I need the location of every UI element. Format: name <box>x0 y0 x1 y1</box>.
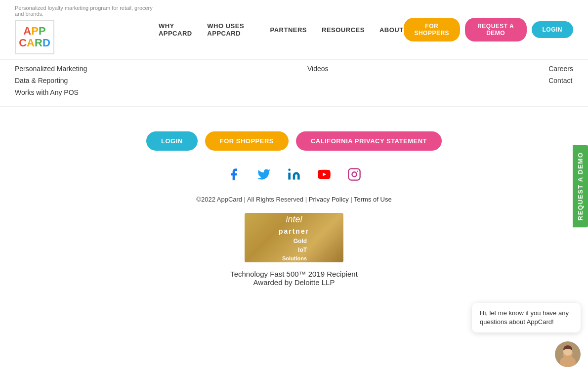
for-shoppers-button[interactable]: FOR SHOPPERS <box>404 18 460 41</box>
appcard-logo[interactable]: APP CARD <box>15 20 54 54</box>
logo-app: APP <box>19 25 50 37</box>
sub-nav-videos[interactable]: Videos <box>307 65 329 73</box>
header-left: Personalized loyalty marketing program f… <box>15 5 159 54</box>
intel-brand: intel <box>279 213 309 226</box>
login-header-button[interactable]: LOGIN <box>532 21 574 38</box>
svg-rect-2 <box>348 168 360 180</box>
chat-message: Hi, let me know if you have any question… <box>480 309 569 326</box>
sub-nav-works-pos[interactable]: Works with Any POS <box>15 88 87 96</box>
nav-who-uses-appcard[interactable]: WHO USES APPCARD <box>207 22 255 37</box>
footer-separator: | <box>350 196 352 203</box>
sub-nav-data-reporting[interactable]: Data & Reporting <box>15 77 87 84</box>
deloitte-line2: Awarded by Deloitte LLP <box>253 278 335 287</box>
sub-nav-col-2: Videos <box>307 65 329 96</box>
copyright-text: ©2022 AppCard | All Rights Reserved | <box>196 196 307 203</box>
badge-area: intel partner Gold IoT Solutions Technol… <box>15 213 573 287</box>
nav-about[interactable]: ABOUT <box>379 26 404 34</box>
sub-nav-careers[interactable]: Careers <box>548 65 573 73</box>
instagram-icon[interactable] <box>345 165 363 183</box>
linkedin-icon[interactable] <box>285 165 303 183</box>
intel-badge-content: intel partner Gold IoT Solutions <box>279 213 309 263</box>
chat-bubble: Hi, let me know if you have any question… <box>472 303 581 332</box>
ca-privacy-button[interactable]: CALIFORNIA PRIVACY STATEMENT <box>296 131 442 151</box>
sub-nav-col-3: Careers Contact <box>548 65 573 96</box>
intel-solutions: Solutions <box>279 254 309 263</box>
twitter-icon[interactable] <box>255 165 273 183</box>
svg-point-0 <box>288 168 291 171</box>
login-main-button[interactable]: LOGIN <box>146 131 198 151</box>
nav-partners[interactable]: PARTNERS <box>270 26 307 34</box>
tagline: Personalized loyalty marketing program f… <box>15 5 159 17</box>
terms-of-use-link[interactable]: Terms of Use <box>354 196 392 203</box>
youtube-icon[interactable] <box>315 165 333 183</box>
intel-tier: Gold <box>279 237 309 246</box>
sub-nav-contact[interactable]: Contact <box>548 77 573 84</box>
chat-avatar[interactable] <box>555 341 581 367</box>
main-content: LOGIN FOR SHOPPERS CALIFORNIA PRIVACY ST… <box>0 107 588 306</box>
sub-nav-col-1: Personalized Marketing Data & Reporting … <box>15 65 87 96</box>
intel-partner-label: partner <box>279 226 309 237</box>
footer-copyright: ©2022 AppCard | All Rights Reserved | Pr… <box>15 196 573 203</box>
sub-nav: Personalized Marketing Data & Reporting … <box>0 60 588 107</box>
header: Personalized loyalty marketing program f… <box>0 0 588 60</box>
intel-type: IoT <box>279 246 309 254</box>
sub-nav-personalized-marketing[interactable]: Personalized Marketing <box>15 65 87 73</box>
logo-text: APP CARD <box>19 25 50 49</box>
request-demo-side-button[interactable]: REQUEST A DEMO <box>573 145 588 227</box>
deloitte-line1: Technology Fast 500™ 2019 Recipient <box>230 270 358 278</box>
cta-buttons-row: LOGIN FOR SHOPPERS CALIFORNIA PRIVACY ST… <box>15 131 573 151</box>
for-shoppers-main-button[interactable]: FOR SHOPPERS <box>205 131 289 151</box>
nav-why-appcard[interactable]: WHY APPCARD <box>159 22 192 37</box>
header-buttons: FOR SHOPPERS REQUEST A DEMO LOGIN <box>404 18 573 41</box>
privacy-policy-link[interactable]: Privacy Policy <box>309 196 349 203</box>
social-row <box>15 165 573 183</box>
request-demo-button[interactable]: REQUEST A DEMO <box>465 18 527 41</box>
main-nav: WHY APPCARD WHO USES APPCARD PARTNERS RE… <box>159 22 404 37</box>
logo-card: CARD <box>19 37 50 49</box>
intel-badge: intel partner Gold IoT Solutions <box>245 213 343 262</box>
nav-resources[interactable]: RESOURCES <box>322 26 365 34</box>
facebook-icon[interactable] <box>225 165 243 183</box>
